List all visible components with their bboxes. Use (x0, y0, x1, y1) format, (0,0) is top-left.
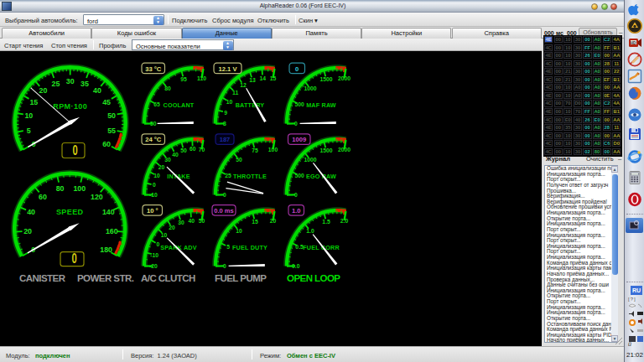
svg-text:0: 0 (294, 121, 298, 127)
svg-text:0: 0 (153, 182, 156, 188)
svg-text:1500: 1500 (320, 147, 333, 153)
svg-text:120: 120 (91, 193, 103, 201)
svg-text:11: 11 (232, 90, 238, 96)
svg-text:10: 10 (24, 111, 33, 120)
svg-text:-10: -10 (149, 192, 158, 198)
svg-text:45: 45 (102, 98, 111, 106)
svg-text:FUEL DUTY: FUEL DUTY (232, 244, 267, 251)
svg-text:20: 20 (270, 218, 277, 224)
svg-text:110: 110 (197, 75, 206, 81)
svg-text:15: 15 (252, 219, 258, 225)
svg-text:500: 500 (294, 101, 304, 107)
svg-text:40: 40 (172, 152, 179, 158)
svg-text:MAF RAW: MAF RAW (306, 101, 336, 109)
svg-text:HD: HD (631, 41, 636, 45)
svg-text:20: 20 (39, 86, 48, 95)
svg-text:RPM·100: RPM·100 (53, 102, 87, 111)
svg-text:5: 5 (27, 127, 31, 135)
svg-text:65: 65 (153, 101, 160, 107)
svg-text:0: 0 (294, 192, 298, 198)
svg-text:50: 50 (150, 121, 157, 127)
svg-text:50: 50 (199, 218, 205, 224)
svg-text:5: 5 (226, 244, 230, 250)
svg-text:12: 12 (240, 82, 247, 88)
svg-text:10: 10 (236, 228, 242, 234)
svg-text:1500: 1500 (320, 76, 333, 82)
svg-text:0: 0 (223, 263, 226, 269)
svg-text:A/C CLUTCH: A/C CLUTCH (141, 273, 195, 283)
svg-text:60: 60 (102, 140, 111, 148)
svg-text:140: 140 (102, 208, 115, 216)
svg-text:1000: 1000 (304, 157, 316, 163)
svg-text:40: 40 (93, 86, 101, 95)
svg-text:0: 0 (72, 251, 77, 266)
svg-text:33 °C: 33 °C (145, 65, 162, 73)
svg-text:10: 10 (161, 232, 168, 238)
svg-text:15: 15 (270, 75, 277, 81)
svg-text:2.0: 2.0 (340, 218, 349, 224)
svg-text:-10: -10 (150, 252, 158, 258)
svg-text:12.1 V: 12.1 V (219, 65, 238, 73)
svg-text:-20: -20 (149, 263, 158, 269)
svg-text:24 °C: 24 °C (145, 136, 162, 143)
svg-text:55: 55 (107, 127, 116, 135)
svg-text:POWER STR.: POWER STR. (77, 273, 134, 283)
svg-text:0.0 ms: 0.0 ms (214, 207, 234, 215)
svg-text:50: 50 (107, 111, 116, 120)
svg-text:1009: 1009 (292, 136, 306, 143)
svg-text:60: 60 (39, 193, 47, 201)
svg-text:35: 35 (80, 80, 89, 88)
svg-text:25: 25 (52, 80, 60, 88)
svg-text:50: 50 (180, 147, 187, 153)
svg-text:0: 0 (295, 65, 299, 73)
svg-text:80: 80 (164, 85, 171, 91)
svg-text:1000: 1000 (304, 85, 316, 91)
svg-text:15: 15 (29, 98, 38, 106)
svg-text:1.0: 1.0 (306, 228, 314, 234)
svg-text:1.5: 1.5 (322, 219, 330, 225)
svg-text:SPEED: SPEED (56, 208, 84, 216)
svg-text:2000: 2000 (338, 147, 351, 153)
svg-text:0: 0 (157, 241, 160, 247)
svg-text:75: 75 (252, 147, 258, 153)
svg-text:20: 20 (169, 225, 175, 230)
svg-text:CANISTER: CANISTER (19, 273, 66, 283)
svg-text:187: 187 (220, 136, 231, 143)
svg-text:9: 9 (224, 110, 227, 116)
svg-text:FUEL PUMP: FUEL PUMP (215, 273, 267, 283)
svg-text:10: 10 (153, 173, 160, 178)
svg-text:40: 40 (188, 218, 195, 224)
svg-text:0.0: 0.0 (292, 263, 300, 269)
svg-text:BATTERY: BATTERY (236, 101, 265, 109)
svg-text:30: 30 (164, 157, 171, 163)
svg-text:25: 25 (225, 173, 231, 178)
svg-text:160: 160 (106, 227, 118, 235)
svg-text:10: 10 (226, 99, 233, 105)
svg-text:60: 60 (190, 146, 196, 152)
svg-text:1.0: 1.0 (292, 207, 301, 215)
svg-text:95: 95 (180, 76, 187, 82)
svg-text:100: 100 (73, 184, 86, 193)
svg-text:COOLANT: COOLANT (164, 101, 195, 109)
svg-text:50: 50 (236, 157, 242, 163)
svg-text:0: 0 (223, 192, 226, 198)
svg-text:OPEN LOOP: OPEN LOOP (287, 273, 340, 283)
svg-text:13: 13 (249, 77, 256, 83)
svg-text:0: 0 (73, 142, 78, 158)
svg-text:40: 40 (27, 208, 35, 216)
svg-text:20: 20 (158, 164, 165, 170)
svg-text:70: 70 (199, 147, 205, 153)
svg-text:10 °: 10 ° (147, 207, 158, 215)
svg-text:30: 30 (178, 220, 184, 225)
svg-text:500: 500 (294, 173, 304, 178)
svg-text:20: 20 (23, 227, 32, 235)
svg-text:THROTTLE: THROTTLE (233, 173, 267, 180)
svg-text:180: 180 (100, 246, 112, 254)
svg-text:14: 14 (259, 75, 266, 81)
svg-text:30: 30 (66, 77, 75, 85)
svg-text:80: 80 (56, 184, 65, 193)
svg-text:100: 100 (268, 147, 278, 153)
svg-text:2000: 2000 (338, 75, 351, 81)
svg-text:8: 8 (223, 121, 226, 127)
